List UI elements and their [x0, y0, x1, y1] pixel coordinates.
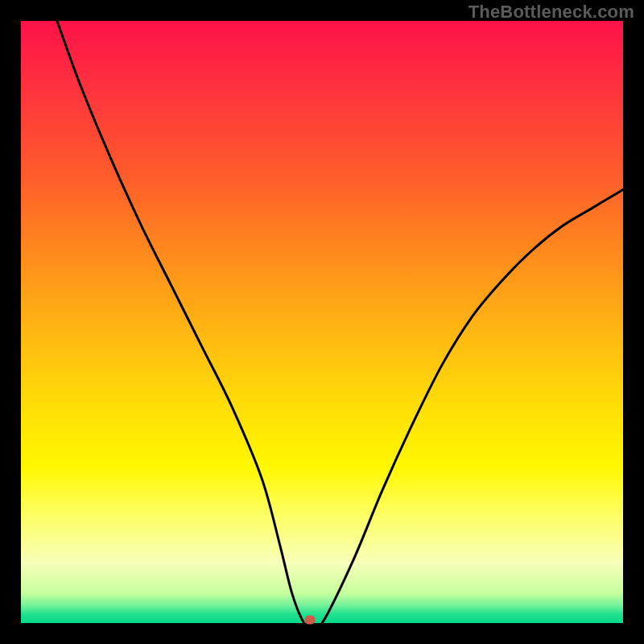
watermark-text: TheBottleneck.com	[469, 2, 634, 23]
optimum-marker	[305, 616, 316, 625]
bottleneck-curve-path	[57, 21, 623, 623]
curve-svg	[21, 21, 623, 623]
chart-frame: TheBottleneck.com	[0, 0, 644, 644]
